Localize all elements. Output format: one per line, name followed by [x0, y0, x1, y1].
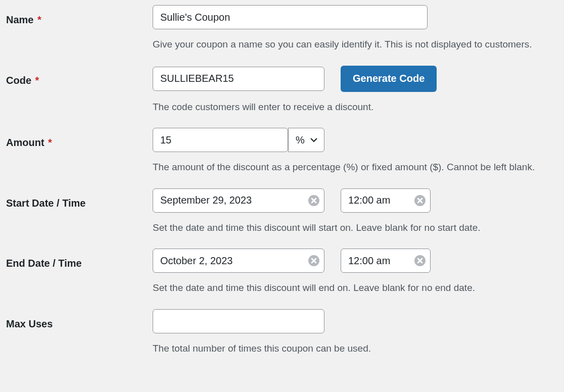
- end-label-text: End Date / Time: [6, 258, 82, 269]
- max-uses-input[interactable]: [153, 309, 324, 333]
- required-asterisk: *: [32, 75, 39, 86]
- clear-icon[interactable]: [308, 255, 319, 266]
- amount-label-text: Amount: [6, 137, 44, 148]
- name-label-text: Name: [6, 14, 33, 25]
- code-input[interactable]: [153, 67, 324, 91]
- code-label: Code *: [6, 66, 153, 86]
- amount-input[interactable]: [153, 128, 288, 152]
- end-label: End Date / Time: [6, 249, 153, 269]
- clear-icon[interactable]: [308, 195, 319, 206]
- chevron-down-icon: [310, 136, 318, 144]
- name-help: Give your coupon a name so you can easil…: [153, 37, 558, 52]
- amount-unit-label: %: [296, 134, 305, 146]
- amount-unit-select[interactable]: %: [288, 128, 324, 152]
- amount-group: %: [153, 128, 324, 152]
- name-label: Name *: [6, 5, 153, 26]
- end-help: Set the date and time this discount will…: [153, 281, 558, 295]
- required-asterisk: *: [34, 14, 41, 25]
- amount-label: Amount *: [6, 128, 153, 149]
- start-help: Set the date and time this discount will…: [153, 221, 558, 235]
- end-date-input[interactable]: [153, 249, 324, 273]
- generate-code-button[interactable]: Generate Code: [341, 66, 437, 92]
- amount-help: The amount of the discount as a percenta…: [153, 160, 558, 174]
- max-label-text: Max Uses: [6, 318, 53, 329]
- name-input[interactable]: [153, 5, 428, 29]
- clear-icon[interactable]: [414, 255, 426, 266]
- code-label-text: Code: [6, 75, 31, 86]
- clear-icon[interactable]: [414, 195, 426, 206]
- code-help: The code customers will enter to receive…: [153, 100, 558, 114]
- required-asterisk: *: [45, 137, 52, 148]
- start-date-input[interactable]: [153, 188, 324, 213]
- max-label: Max Uses: [6, 309, 153, 330]
- start-label: Start Date / Time: [6, 188, 153, 209]
- start-label-text: Start Date / Time: [6, 198, 85, 209]
- max-help: The total number of times this coupon ca…: [153, 341, 558, 356]
